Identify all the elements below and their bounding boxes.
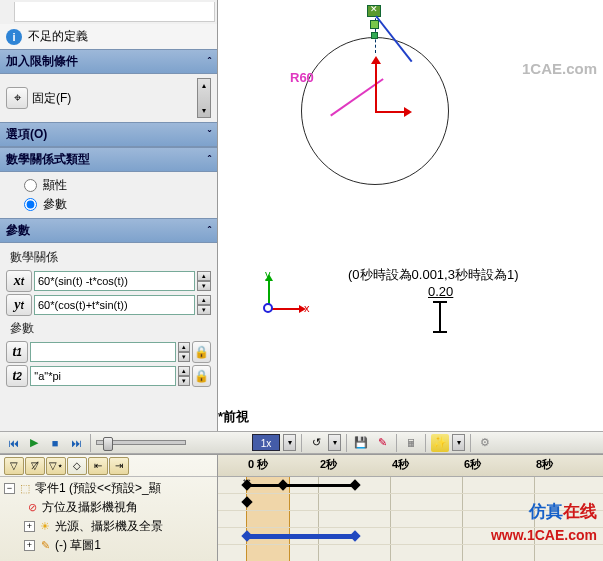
tree-row[interactable]: ⊘ 方位及攝影機視角	[4, 498, 213, 517]
t2-label: t2	[6, 365, 28, 387]
t1-input[interactable]	[30, 342, 176, 362]
watermark: 1CAE.com	[522, 60, 597, 77]
stop-button[interactable]: ■	[46, 434, 64, 452]
params-header[interactable]: 參數 ˆ	[0, 218, 217, 243]
animation-toolbar: ⏮ ▶ ■ ⏭ 1x ▾ ↺ ▾ 💾 ✎ 🖩 ✨ ▾ ⚙	[0, 431, 603, 454]
mathrel-label: 數學關係	[6, 247, 211, 268]
time-slider[interactable]	[96, 440, 186, 445]
spinner[interactable]: ▴▾	[178, 342, 190, 362]
rewind-button[interactable]: ⏮	[4, 434, 22, 452]
options-header[interactable]: 選項(O) ˇ	[0, 122, 217, 147]
t1-label: t1	[6, 341, 28, 363]
save-anim-button[interactable]: 💾	[352, 434, 370, 452]
speed-dropdown[interactable]: ▾	[283, 434, 296, 451]
t2-input[interactable]	[30, 366, 176, 386]
watermark: www.1CAE.com	[491, 527, 597, 543]
timeline-tree: ▽ ▽̸ ▽⋆ ◇ ⇤ ⇥ − ⬚ 零件1 (預設<<預設>_顯 ⊘ 方位及攝影…	[0, 455, 218, 561]
origin-y-arrow	[375, 63, 377, 111]
timeline-ruler[interactable]: 0 秒 2秒 4秒 6秒 8秒	[218, 455, 603, 477]
calc-button[interactable]: 🖩	[402, 434, 420, 452]
collapse-icon[interactable]: −	[4, 483, 15, 494]
part-icon: ⬚	[17, 482, 33, 496]
forward-button[interactable]: ⏭	[67, 434, 85, 452]
eqtype-header[interactable]: 數學關係式類型 ˆ	[0, 147, 217, 172]
collapse-button[interactable]: ⇤	[88, 457, 108, 475]
lock-icon[interactable]: 🔒	[192, 341, 211, 363]
disabled-icon: ⊘	[24, 501, 40, 515]
watermark: 仿真在线	[529, 500, 597, 523]
property-panel: i 不足的定義 加入限制條件 ˆ ⌖ 固定(F) ▴▾ 選項(O) ˇ 數學關係…	[0, 0, 218, 431]
settings-button[interactable]: ⚙	[476, 434, 494, 452]
tool-button[interactable]: ✎	[373, 434, 391, 452]
wizard-dropdown[interactable]: ▾	[452, 434, 465, 451]
tree-row[interactable]: + ✎ (-) 草圖1	[4, 536, 213, 555]
radio-explicit[interactable]: 顯性	[6, 176, 211, 195]
fixed-icon[interactable]: ⌖	[6, 87, 28, 109]
loop-button[interactable]: ↺	[307, 434, 325, 452]
filter-button[interactable]: ▽	[4, 457, 24, 475]
chevron-up-icon: ˆ	[208, 225, 211, 236]
info-row: i 不足的定義	[0, 24, 217, 49]
filter-x-button[interactable]: ▽̸	[25, 457, 45, 475]
param-sub-label: 參數	[6, 318, 211, 339]
constraints-header[interactable]: 加入限制條件 ˆ	[0, 49, 217, 74]
chevron-up-icon: ˆ	[208, 56, 211, 67]
constraint-marker[interactable]	[367, 5, 381, 17]
dimension-witness	[439, 302, 441, 332]
graphics-canvas[interactable]: R60 (0秒時設為0.001,3秒時設為1) 0.20 x y 前視 1CAE…	[218, 0, 603, 431]
timeline-tree-toolbar: ▽ ▽̸ ▽⋆ ◇ ⇤ ⇥	[0, 455, 217, 477]
lights-icon: ☀	[37, 520, 53, 534]
xt-input[interactable]	[34, 271, 195, 291]
sketch-point[interactable]	[371, 32, 378, 39]
tree-row[interactable]: + ☀ 光源、攝影機及全景	[4, 517, 213, 536]
annotation-text: (0秒時設為0.001,3秒時設為1)	[348, 266, 519, 284]
expand-icon[interactable]: +	[24, 540, 35, 551]
origin-x-arrow	[375, 111, 405, 113]
timeline-area: ▽ ▽̸ ▽⋆ ◇ ⇤ ⇥ − ⬚ 零件1 (預設<<預設>_顯 ⊘ 方位及攝影…	[0, 454, 603, 561]
chevron-down-icon: ˇ	[208, 129, 211, 140]
speed-display[interactable]: 1x	[252, 434, 280, 451]
info-text: 不足的定義	[28, 28, 88, 45]
chevron-up-icon: ˆ	[208, 154, 211, 165]
tree-root-row[interactable]: − ⬚ 零件1 (預設<<預設>_顯	[4, 479, 213, 498]
filter-all-button[interactable]: ▽⋆	[46, 457, 66, 475]
expand-button[interactable]: ⇥	[109, 457, 129, 475]
spinner[interactable]: ▴▾	[197, 271, 211, 291]
loop-dropdown[interactable]: ▾	[328, 434, 341, 451]
radius-dimension[interactable]: R60	[290, 70, 314, 85]
yt-label: yt	[6, 294, 32, 316]
play-button[interactable]: ▶	[25, 434, 43, 452]
sketch-point[interactable]	[370, 20, 379, 29]
view-label: 前視	[218, 408, 249, 426]
lock-icon[interactable]: 🔒	[192, 365, 211, 387]
preview-area	[14, 2, 215, 22]
sketch-icon: ✎	[37, 539, 53, 553]
spinner[interactable]: ▴▾	[197, 78, 211, 118]
yt-input[interactable]	[34, 295, 195, 315]
dimension-value[interactable]: 0.20	[428, 284, 453, 299]
xt-label: xt	[6, 270, 32, 292]
spinner[interactable]: ▴▾	[178, 366, 190, 386]
expand-icon[interactable]: +	[24, 521, 35, 532]
fixed-label: 固定(F)	[32, 90, 71, 107]
info-icon: i	[6, 29, 22, 45]
spinner[interactable]: ▴▾	[197, 295, 211, 315]
track-row[interactable]	[218, 477, 603, 494]
radio-param[interactable]: 參數	[6, 195, 211, 214]
wizard-button[interactable]: ✨	[431, 434, 449, 452]
key-button[interactable]: ◇	[67, 457, 87, 475]
